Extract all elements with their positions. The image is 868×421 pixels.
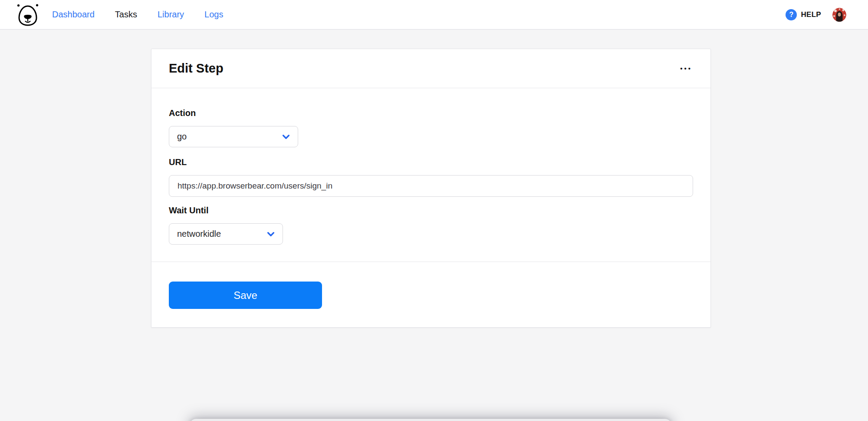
url-label: URL xyxy=(169,157,693,167)
url-field-group: URL xyxy=(169,157,693,197)
wait-until-select[interactable]: networkidle xyxy=(169,223,283,245)
card-footer: Save xyxy=(151,262,710,327)
wait-until-select-value: networkidle xyxy=(177,229,221,239)
page-title: Edit Step xyxy=(169,61,224,76)
save-button[interactable]: Save xyxy=(169,282,322,309)
url-input[interactable] xyxy=(169,175,693,197)
nav-logs[interactable]: Logs xyxy=(204,10,223,20)
nav-tasks[interactable]: Tasks xyxy=(115,10,137,20)
top-nav-bar: Dashboard Tasks Library Logs ? HELP xyxy=(0,0,868,30)
action-select-value: go xyxy=(177,132,187,142)
edit-step-card: Edit Step ••• Action go URL Wait Until n… xyxy=(151,49,711,328)
card-body: Action go URL Wait Until networkidle xyxy=(151,88,710,262)
nav-dashboard[interactable]: Dashboard xyxy=(52,10,95,20)
chevron-down-icon xyxy=(266,229,276,239)
user-avatar[interactable] xyxy=(832,8,846,22)
action-field-group: Action go xyxy=(169,108,693,147)
chevron-down-icon xyxy=(281,132,291,142)
action-select[interactable]: go xyxy=(169,126,298,147)
nav-library[interactable]: Library xyxy=(158,10,184,20)
bottom-card-shadow xyxy=(189,419,672,421)
browserbear-logo-icon[interactable] xyxy=(16,3,39,26)
card-header: Edit Step ••• xyxy=(151,49,710,88)
help-button[interactable]: ? HELP xyxy=(786,9,821,20)
ellipsis-menu-button[interactable]: ••• xyxy=(679,63,693,74)
wait-until-label: Wait Until xyxy=(169,206,693,215)
main-nav: Dashboard Tasks Library Logs xyxy=(52,10,223,20)
action-label: Action xyxy=(169,108,693,118)
question-mark-icon: ? xyxy=(786,9,797,20)
help-label: HELP xyxy=(801,10,821,19)
header-right: ? HELP xyxy=(786,8,846,22)
wait-until-field-group: Wait Until networkidle xyxy=(169,206,693,245)
